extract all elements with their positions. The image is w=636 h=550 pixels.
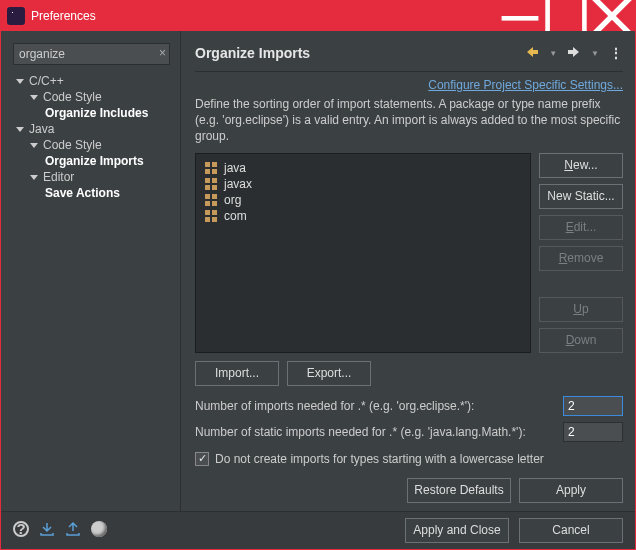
filter-input[interactable]	[13, 43, 170, 65]
svg-rect-19	[205, 194, 210, 199]
footer: ? Apply and Close Cancel	[1, 511, 635, 549]
project-specific-link[interactable]: Configure Project Specific Settings...	[428, 78, 623, 92]
svg-marker-6	[16, 127, 24, 132]
svg-marker-4	[16, 79, 24, 84]
svg-marker-7	[30, 143, 38, 148]
lowercase-checkbox-label: Do not create imports for types starting…	[215, 452, 544, 466]
new-static-button[interactable]: New Static...	[539, 184, 623, 209]
list-item[interactable]: org	[202, 192, 524, 208]
chevron-down-icon	[29, 172, 39, 182]
sidebar: × C/C++ Code Style Organize Includes Jav…	[1, 31, 181, 511]
svg-rect-21	[205, 201, 210, 206]
svg-rect-16	[212, 178, 217, 183]
back-menu-button[interactable]: ▼	[549, 49, 557, 58]
svg-rect-18	[212, 185, 217, 190]
export-prefs-button[interactable]	[65, 521, 81, 540]
tree-item-save-actions[interactable]: Save Actions	[9, 185, 180, 201]
svg-marker-8	[30, 175, 38, 180]
svg-rect-0	[502, 16, 539, 21]
list-item[interactable]: java	[202, 160, 524, 176]
tree-item-organize-includes[interactable]: Organize Includes	[9, 105, 180, 121]
svg-rect-20	[212, 194, 217, 199]
restore-defaults-button[interactable]: Restore Defaults	[407, 478, 511, 503]
remove-button[interactable]: Remove	[539, 246, 623, 271]
export-icon	[65, 521, 81, 537]
titlebar: Preferences	[1, 1, 635, 31]
apply-and-close-button[interactable]: Apply and Close	[405, 518, 509, 543]
app-icon	[7, 7, 25, 25]
package-icon	[204, 209, 218, 223]
help-button[interactable]: ?	[13, 521, 29, 537]
tree-item-ccpp[interactable]: C/C++	[9, 73, 180, 89]
package-icon	[204, 161, 218, 175]
chevron-down-icon	[15, 76, 25, 86]
minimize-button[interactable]	[497, 1, 543, 31]
tree-item-java-editor[interactable]: Editor	[9, 169, 180, 185]
tree-item-ccpp-codestyle[interactable]: Code Style	[9, 89, 180, 105]
chevron-down-icon	[29, 92, 39, 102]
svg-marker-10	[568, 47, 579, 57]
description-text: Define the sorting order of import state…	[195, 96, 623, 145]
forward-menu-button[interactable]: ▼	[591, 49, 599, 58]
tree-item-java[interactable]: Java	[9, 121, 180, 137]
import-icon	[39, 521, 55, 537]
svg-rect-15	[205, 178, 210, 183]
import-prefs-button[interactable]	[39, 521, 55, 540]
maximize-button[interactable]	[543, 1, 589, 31]
package-icon	[204, 177, 218, 191]
forward-button[interactable]	[567, 45, 581, 62]
export-button[interactable]: Export...	[287, 361, 371, 386]
cancel-button[interactable]: Cancel	[519, 518, 623, 543]
svg-rect-25	[205, 217, 210, 222]
svg-rect-22	[212, 201, 217, 206]
svg-rect-17	[205, 185, 210, 190]
svg-rect-24	[212, 210, 217, 215]
chevron-down-icon	[15, 124, 25, 134]
svg-rect-11	[205, 162, 210, 167]
up-button[interactable]: Up	[539, 297, 623, 322]
package-icon	[204, 193, 218, 207]
svg-rect-23	[205, 210, 210, 215]
static-threshold-label: Number of static imports needed for .* (…	[195, 425, 557, 439]
window-title: Preferences	[31, 9, 497, 23]
svg-rect-14	[212, 169, 217, 174]
back-button[interactable]	[525, 45, 539, 62]
page-title: Organize Imports	[195, 45, 310, 61]
list-item[interactable]: javax	[202, 176, 524, 192]
clear-filter-icon[interactable]: ×	[159, 46, 166, 60]
imports-threshold-label: Number of imports needed for .* (e.g. 'o…	[195, 399, 557, 413]
static-threshold-input[interactable]	[563, 422, 623, 442]
svg-rect-1	[548, 0, 585, 34]
svg-rect-13	[205, 169, 210, 174]
import-button[interactable]: Import...	[195, 361, 279, 386]
svg-marker-9	[527, 47, 538, 57]
list-item[interactable]: com	[202, 208, 524, 224]
close-button[interactable]	[589, 1, 635, 31]
main: Organize Imports ▼ ▼ ⋮ Configure Project…	[181, 31, 635, 511]
imports-threshold-input[interactable]	[563, 396, 623, 416]
view-menu-button[interactable]: ⋮	[609, 45, 623, 61]
down-button[interactable]: Down	[539, 328, 623, 353]
svg-rect-26	[212, 217, 217, 222]
tree-item-organize-imports[interactable]: Organize Imports	[9, 153, 180, 169]
apply-button[interactable]: Apply	[519, 478, 623, 503]
import-order-list[interactable]: javajavaxorgcom	[195, 153, 531, 353]
svg-rect-12	[212, 162, 217, 167]
svg-marker-5	[30, 95, 38, 100]
chevron-down-icon	[29, 140, 39, 150]
tree-item-java-codestyle[interactable]: Code Style	[9, 137, 180, 153]
lowercase-checkbox[interactable]: ✓	[195, 452, 209, 466]
arrow-right-icon	[567, 45, 581, 59]
oomph-icon[interactable]	[91, 521, 107, 537]
new-button[interactable]: New...	[539, 153, 623, 178]
edit-button[interactable]: Edit...	[539, 215, 623, 240]
preference-tree[interactable]: C/C++ Code Style Organize Includes Java …	[9, 73, 180, 201]
arrow-left-icon	[525, 45, 539, 59]
